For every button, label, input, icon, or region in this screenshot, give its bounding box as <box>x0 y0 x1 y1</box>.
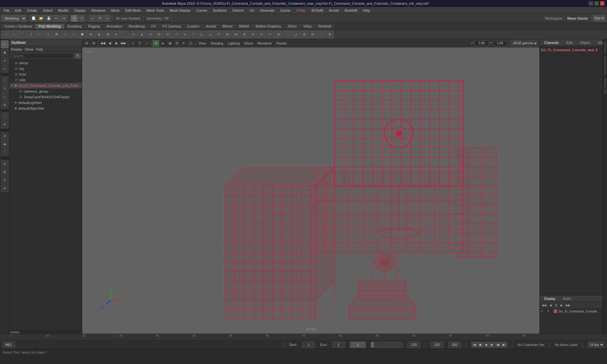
shelf-tool6-btn[interactable]: ⊕ <box>87 30 95 39</box>
undo-button[interactable]: ↩ <box>53 15 60 22</box>
shelf-bridge-btn[interactable]: ⊓ <box>215 30 223 39</box>
tab-xgen[interactable]: XGen <box>285 24 300 29</box>
shelf-plane-btn[interactable]: ⊟ <box>155 30 163 39</box>
shelf-curve-btn[interactable]: ∫ <box>27 30 35 39</box>
menu-modify[interactable]: Modify <box>56 8 71 13</box>
shelf-bool-btn[interactable]: ⊎ <box>181 30 189 39</box>
shelf-tool5-btn[interactable]: ⬟ <box>78 30 86 39</box>
universal-tool-button[interactable]: ⊞ <box>1 101 9 109</box>
maximize-button[interactable]: □ <box>594 1 599 6</box>
shelf-smooth-btn[interactable]: ⌇ <box>189 30 197 39</box>
layer-next-btn[interactable]: ▶▶ <box>565 303 571 307</box>
outliner-item-side[interactable]: 🎥 side <box>9 77 82 83</box>
shelf-cone-btn[interactable]: ▲ <box>138 30 146 39</box>
paint-select-button[interactable]: ◉ <box>1 49 9 56</box>
menu-mesh-display[interactable]: Mesh Display <box>167 8 193 13</box>
menu-mesh-tools[interactable]: Mesh Tools <box>144 8 166 13</box>
lasso-select-button[interactable]: ⬡ <box>78 15 85 22</box>
tab-mash[interactable]: MASH <box>236 24 252 29</box>
menu-generate[interactable]: Generate <box>257 8 277 13</box>
sign-in-button[interactable]: Sign In <box>593 15 606 22</box>
vp-shadow-btn[interactable]: ◫ <box>187 40 194 46</box>
tab-arnold[interactable]: Arnold <box>203 24 219 29</box>
vp-menu-lighting[interactable]: Lighting <box>226 41 242 46</box>
outliner-item-tempcam[interactable]: 🎥 TempCamFBXASCD46Target <box>9 94 82 100</box>
tab-vray[interactable]: VRay <box>300 24 315 29</box>
layout1-button[interactable]: ⊟ <box>1 160 9 167</box>
scale-tool-left-button[interactable]: ⤢ <box>1 93 9 100</box>
vp-next-frame[interactable]: ▶▶ <box>120 40 127 46</box>
snap-curve-button[interactable]: ⌒ <box>1 149 9 156</box>
shelf-torus-btn[interactable]: ◎ <box>146 30 155 39</box>
menu-edit-mesh[interactable]: Edit Mesh <box>123 8 143 13</box>
tab-redshift[interactable]: Redshift <box>315 24 334 29</box>
vp-layout-quad[interactable]: ⊞ <box>90 40 97 46</box>
tab-rigging[interactable]: Rigging <box>85 24 103 29</box>
viewport-canvas[interactable]: front <box>82 47 539 334</box>
layout4-button[interactable]: ⊞ <box>1 185 9 192</box>
vp-flat-btn[interactable]: ◑ <box>167 40 173 46</box>
menu-deform[interactable]: Deform <box>230 8 246 13</box>
shelf-fill-btn[interactable]: ⊕ <box>223 30 231 39</box>
time-ruler-track[interactable]: 5 10 15 20 25 30 35 40 45 50 55 60 65 70… <box>11 334 534 340</box>
scale-tool-button[interactable]: ⤢ <box>104 15 111 22</box>
outliner-scrollbar[interactable] <box>9 331 82 334</box>
menu-curves[interactable]: Curves <box>194 8 210 13</box>
vp-texture-btn[interactable]: ⊟ <box>174 40 180 46</box>
tab-motion-graphics[interactable]: Motion Graphics <box>253 24 284 29</box>
vp-menu-shading[interactable]: Shading <box>209 41 225 46</box>
tab-rendering[interactable]: Rendering <box>126 24 148 29</box>
layer-row-scifi[interactable]: V P Sci_Fi_Command_Console_and_F <box>540 308 603 314</box>
menu-display[interactable]: Display <box>72 8 88 13</box>
outliner-menu-help[interactable]: Help <box>36 47 43 51</box>
shelf-tool3-btn[interactable]: ⟡ <box>61 30 69 39</box>
tab-fx[interactable]: FX <box>148 24 159 29</box>
frame-number[interactable]: 1 <box>350 342 366 348</box>
open-scene-button[interactable]: 📂 <box>38 15 45 22</box>
show-hide-button[interactable]: 👁 <box>1 121 9 128</box>
layout2-button[interactable]: ⊠ <box>1 168 9 176</box>
layer-next1-btn[interactable]: ▶ <box>560 303 564 307</box>
outliner-item-scifi[interactable]: ▼ ⊞ Sci_Fi_Command_Console_and_Futur <box>9 83 82 88</box>
shelf-multicut-btn[interactable]: ✂ <box>266 30 274 39</box>
frame-range-slider[interactable] <box>371 342 402 348</box>
shelf-sphere-btn[interactable]: ● <box>112 30 120 39</box>
layout3-button[interactable]: ⊡ <box>1 176 9 184</box>
move-tool-button[interactable]: ⊹ <box>89 15 96 22</box>
vp-menu-show[interactable]: Show <box>242 41 255 46</box>
menu-help[interactable]: Help <box>360 8 373 13</box>
frame-range-end2[interactable]: 120 <box>431 342 443 348</box>
step-back-button[interactable]: ◀| <box>477 342 483 348</box>
shelf-tool1-btn[interactable]: ⟆ <box>44 30 52 39</box>
tab-poly-modeling[interactable]: Poly Modeling <box>35 24 64 29</box>
da-tab-display[interactable]: Display <box>542 296 558 301</box>
shelf-extract-btn[interactable]: ⊟ <box>309 30 317 39</box>
play-forward-button[interactable]: ▶ <box>489 342 495 348</box>
vp-menu-view[interactable]: View <box>197 41 208 46</box>
shelf-square-btn[interactable]: □ <box>10 30 18 39</box>
menu-select[interactable]: Select <box>40 8 55 13</box>
shelf-tool2-btn[interactable]: ⌘ <box>52 30 61 39</box>
soft-mod-button[interactable]: ◌ <box>1 112 9 120</box>
cb-tab-object[interactable]: Object <box>577 40 592 45</box>
menu-mesh[interactable]: Mesh <box>108 8 122 13</box>
outliner-menu-display[interactable]: Display <box>11 47 22 51</box>
outliner-filter-button[interactable]: ▼ <box>75 53 81 59</box>
vp-menu-panels[interactable]: Panels <box>274 41 289 46</box>
outliner-search-input[interactable] <box>11 53 74 59</box>
layer-color-swatch[interactable] <box>554 309 557 313</box>
layer-prev1-btn[interactable]: ◀ <box>549 303 553 307</box>
shelf-cylinder-btn[interactable]: ⌭ <box>129 30 138 39</box>
vp-layout-single[interactable]: ⊟ <box>83 40 90 46</box>
outliner-item-top[interactable]: 🎥 top <box>9 66 82 71</box>
shelf-merge-btn[interactable]: ⋈ <box>232 30 240 39</box>
move-tool-left-button[interactable]: ⊹ <box>1 76 9 84</box>
menu-uv[interactable]: UV <box>247 8 257 13</box>
tab-animation[interactable]: Animation <box>103 24 125 29</box>
mode-dropdown[interactable]: Modeling <box>1 15 27 22</box>
outliner-item-defaultlightset[interactable]: ☀ defaultLightSet <box>9 100 82 106</box>
menu-edit[interactable]: Edit <box>13 8 24 13</box>
shelf-mirror-btn[interactable]: ⊣ <box>172 30 180 39</box>
frame-current-value[interactable]: 1 <box>332 342 345 348</box>
shelf-combine-btn[interactable]: ⊕ <box>326 30 334 39</box>
